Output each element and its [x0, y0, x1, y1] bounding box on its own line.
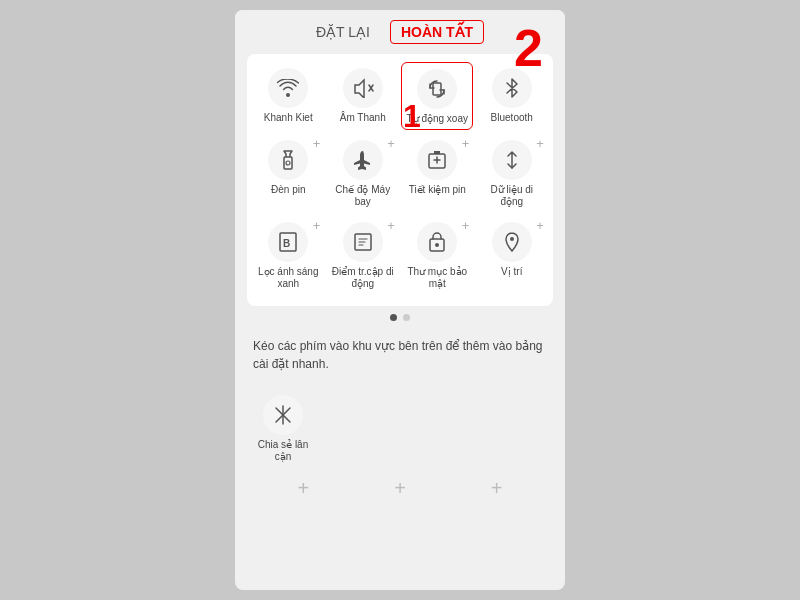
svg-text:B: B: [283, 238, 290, 249]
tile-nearby-label: Chia sẻ lân cận: [249, 439, 317, 463]
done-button[interactable]: HOÀN TẤT: [390, 20, 484, 44]
tile-sound-label: Âm Thanh: [340, 112, 386, 124]
instructions-text: Kéo các phím vào khu vực bên trên để thê…: [235, 325, 565, 381]
battery-icon: [417, 140, 457, 180]
tile-airplane[interactable]: + Chế độ Máy bay: [327, 134, 399, 212]
tile-data[interactable]: + Dữ liệu di động: [476, 134, 548, 212]
bottom-plus-3: +: [491, 477, 503, 500]
plus-icon-data: +: [536, 136, 544, 151]
bottom-section: Chia sẻ lân cận + + +: [235, 381, 565, 508]
data-icon: [492, 140, 532, 180]
tile-battery-label: Tiết kiệm pin: [409, 184, 466, 196]
airplane-icon: [343, 140, 383, 180]
sound-icon: [343, 68, 383, 108]
svg-point-4: [286, 161, 290, 165]
svg-point-10: [435, 243, 439, 247]
tile-location[interactable]: + Vị trí: [476, 216, 548, 294]
plus-icon-hotspot: +: [387, 218, 395, 233]
tile-location-label: Vị trí: [501, 266, 522, 278]
tile-hotspot[interactable]: + Điểm tr.cập di động: [327, 216, 399, 294]
bottom-plus-row: + + +: [247, 477, 553, 500]
plus-icon-location: +: [536, 218, 544, 233]
tile-hotspot-label: Điểm tr.cập di động: [329, 266, 397, 290]
grid-row-3: + B Lọc ánh sáng xanh +: [251, 216, 549, 294]
tile-bluetooth-label: Bluetooth: [491, 112, 533, 124]
plus-icon-battery: +: [462, 136, 470, 151]
plus-icon-securefolder: +: [462, 218, 470, 233]
wifi-icon: [268, 68, 308, 108]
tile-securefolder[interactable]: + Thư mục bảo mật: [401, 216, 473, 294]
tile-data-label: Dữ liệu di động: [478, 184, 546, 208]
hotspot-icon: [343, 222, 383, 262]
tile-wifi-label: Khanh Kiet: [264, 112, 313, 124]
tile-battery[interactable]: + Tiết kiệm pin: [401, 134, 473, 212]
reset-button[interactable]: ĐẶT LẠI: [316, 24, 370, 40]
grid-row-2: + Đèn pin +: [251, 134, 549, 212]
nearby-share-icon: [263, 395, 303, 435]
tile-nearby-share[interactable]: Chia sẻ lân cận: [247, 389, 319, 467]
tile-sound[interactable]: Âm Thanh: [327, 62, 399, 130]
tile-autorotate[interactable]: Tự động xoay: [401, 62, 473, 130]
quick-settings-grid: Khanh Kiet Âm Thanh: [247, 54, 553, 306]
svg-point-11: [510, 237, 514, 241]
tile-autorotate-label: Tự động xoay: [407, 113, 468, 125]
tile-airplane-label: Chế độ Máy bay: [329, 184, 397, 208]
bluefilter-icon: B: [268, 222, 308, 262]
header: ĐẶT LẠI HOÀN TẤT: [235, 10, 565, 54]
securefolder-icon: [417, 222, 457, 262]
plus-icon-bluefilter: +: [313, 218, 321, 233]
tile-wifi[interactable]: Khanh Kiet: [252, 62, 324, 130]
svg-rect-3: [284, 157, 292, 169]
page-dots: [235, 314, 565, 321]
tile-securefolder-label: Thư mục bảo mật: [403, 266, 471, 290]
svg-rect-2: [433, 83, 441, 95]
grid-row-1: Khanh Kiet Âm Thanh: [251, 62, 549, 130]
dot-active: [390, 314, 397, 321]
tile-flashlight[interactable]: + Đèn pin: [252, 134, 324, 212]
tile-bluefilter-label: Lọc ánh sáng xanh: [254, 266, 322, 290]
plus-icon-flashlight: +: [313, 136, 321, 151]
flashlight-icon: [268, 140, 308, 180]
plus-icon-airplane: +: [387, 136, 395, 151]
location-icon: [492, 222, 532, 262]
tile-bluefilter[interactable]: + B Lọc ánh sáng xanh: [252, 216, 324, 294]
bottom-plus-2: +: [394, 477, 406, 500]
tile-flashlight-label: Đèn pin: [271, 184, 305, 196]
phone-container: ĐẶT LẠI HOÀN TẤT Khanh Kiet: [235, 10, 565, 590]
tile-bluetooth[interactable]: Bluetooth: [476, 62, 548, 130]
dot-inactive: [403, 314, 410, 321]
autorotate-icon: [417, 69, 457, 109]
bottom-plus-1: +: [297, 477, 309, 500]
bluetooth-icon: [492, 68, 532, 108]
